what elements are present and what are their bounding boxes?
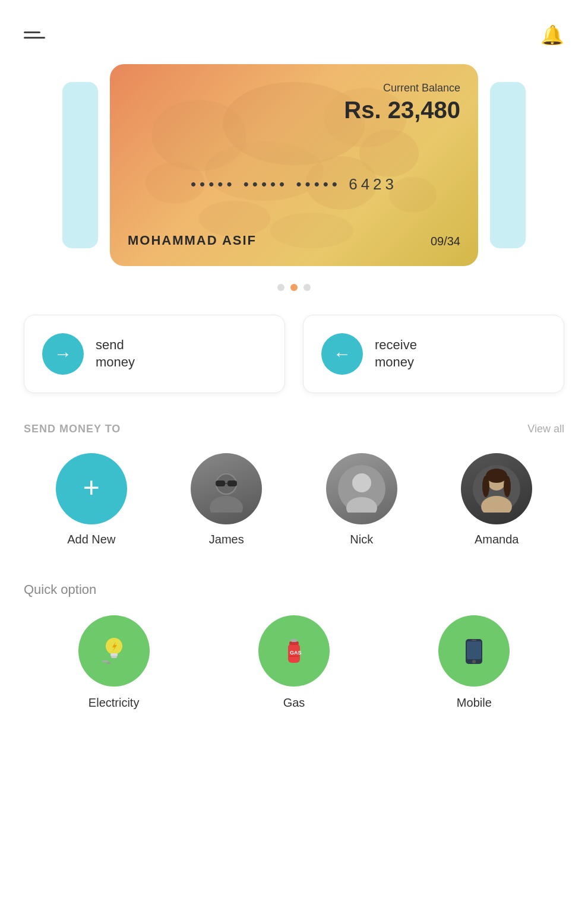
- contact-add-new[interactable]: + Add New: [56, 453, 127, 546]
- amanda-avatar: [461, 453, 532, 524]
- svg-rect-37: [467, 641, 481, 659]
- receive-money-button[interactable]: ← receivemoney: [303, 315, 564, 393]
- hamburger-menu-button[interactable]: [24, 31, 45, 39]
- svg-rect-27: [111, 656, 117, 658]
- send-money-button[interactable]: → sendmoney: [24, 315, 285, 393]
- svg-point-11: [210, 496, 243, 513]
- quick-mobile[interactable]: Mobile: [438, 615, 510, 710]
- add-new-avatar: +: [56, 453, 127, 524]
- james-label: James: [209, 533, 244, 546]
- contact-nick[interactable]: Nick: [326, 453, 397, 546]
- electricity-label: Electricity: [88, 696, 140, 710]
- notification-bell-icon[interactable]: 🔔: [540, 24, 564, 46]
- nick-avatar-placeholder: [326, 453, 397, 524]
- card-number: ••••• ••••• ••••• 6423: [128, 175, 460, 194]
- card-peek-left: [62, 82, 98, 248]
- dot-2[interactable]: [290, 284, 298, 291]
- mobile-label: Mobile: [457, 696, 492, 710]
- gas-circle: GAS: [258, 615, 330, 687]
- send-arrow-icon: →: [54, 344, 72, 364]
- quick-gas[interactable]: GAS Gas: [258, 615, 330, 710]
- svg-point-17: [352, 473, 371, 492]
- gas-label: Gas: [283, 696, 305, 710]
- header: 🔔: [0, 0, 588, 58]
- contacts-list: + Add New James: [0, 453, 588, 546]
- send-money-label: sendmoney: [96, 337, 135, 371]
- nick-label: Nick: [350, 533, 373, 546]
- balance-label: Current Balance: [128, 82, 460, 94]
- svg-point-24: [504, 476, 511, 497]
- send-money-section-header: SEND MONEY TO View all: [0, 423, 588, 435]
- card-number-masked: ••••• ••••• •••••: [191, 175, 349, 193]
- add-new-label: Add New: [67, 533, 115, 546]
- svg-rect-39: [472, 640, 476, 641]
- dot-1[interactable]: [277, 284, 284, 291]
- quick-options-list: Electricity GAS Gas: [24, 615, 564, 710]
- nick-avatar: [326, 453, 397, 524]
- svg-point-22: [486, 469, 507, 483]
- payment-card[interactable]: Current Balance Rs. 23,480 ••••• ••••• •…: [110, 64, 478, 266]
- quick-electricity[interactable]: Electricity: [78, 615, 150, 710]
- svg-rect-14: [227, 480, 237, 486]
- contact-james[interactable]: James: [191, 453, 262, 546]
- balance-amount: Rs. 23,480: [128, 97, 460, 124]
- contact-amanda[interactable]: Amanda: [461, 453, 532, 546]
- svg-rect-30: [107, 662, 110, 664]
- receive-arrow-circle: ←: [321, 333, 363, 375]
- view-all-link[interactable]: View all: [527, 423, 564, 435]
- james-avatar-placeholder: [191, 453, 262, 524]
- svg-rect-13: [216, 480, 225, 486]
- receive-arrow-icon: ←: [333, 344, 351, 364]
- dot-3[interactable]: [304, 284, 311, 291]
- carousel-dots: [0, 284, 588, 291]
- send-money-to-title: SEND MONEY TO: [24, 423, 121, 435]
- card-content: Current Balance Rs. 23,480 ••••• ••••• •…: [128, 82, 460, 248]
- receive-money-label: receivemoney: [375, 337, 417, 371]
- card-carousel: Current Balance Rs. 23,480 ••••• ••••• •…: [0, 58, 588, 284]
- card-expiry: 09/34: [431, 235, 460, 248]
- james-avatar: [191, 453, 262, 524]
- card-footer: MOHAMMAD ASIF 09/34: [128, 233, 460, 248]
- add-new-plus-icon: +: [83, 473, 100, 502]
- send-arrow-circle: →: [42, 333, 84, 375]
- electricity-circle: [78, 615, 150, 687]
- svg-point-23: [482, 476, 489, 497]
- svg-rect-29: [102, 660, 108, 662]
- amanda-label: Amanda: [475, 533, 519, 546]
- svg-rect-33: [291, 639, 297, 642]
- quick-options-section: Quick option Electricity: [0, 582, 588, 710]
- card-peek-right: [490, 82, 526, 248]
- svg-text:GAS: GAS: [290, 650, 302, 656]
- card-holder-name: MOHAMMAD ASIF: [128, 233, 257, 248]
- svg-rect-35: [289, 656, 299, 657]
- quick-options-title: Quick option: [24, 582, 564, 597]
- action-buttons-row: → sendmoney ← receivemoney: [0, 315, 588, 393]
- amanda-avatar-placeholder: [461, 453, 532, 524]
- svg-point-38: [472, 660, 476, 663]
- mobile-circle: [438, 615, 510, 687]
